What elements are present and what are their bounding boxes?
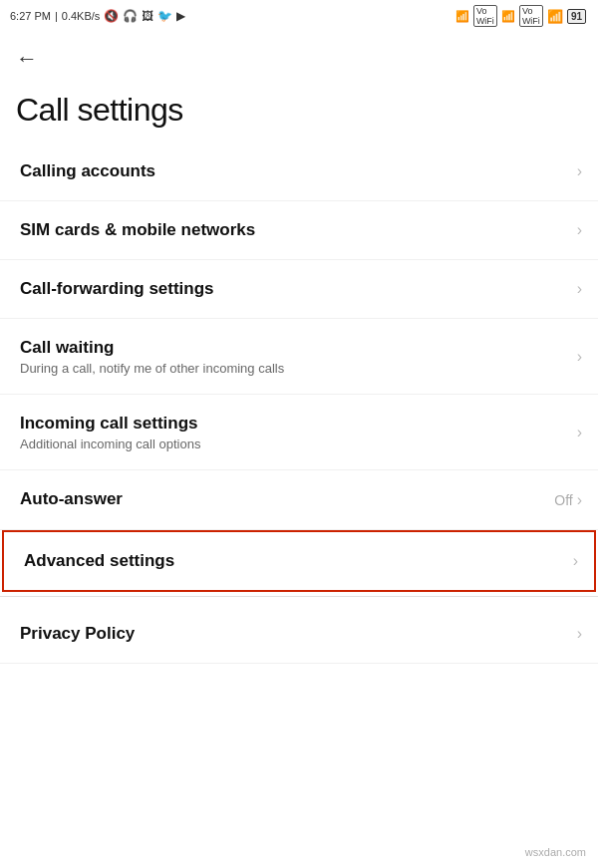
chevron-icon: › [577,221,582,239]
item-subtitle: During a call, notify me of other incomi… [20,361,577,376]
data-rate: 0.4KB/s [62,10,101,22]
item-content: Calling accounts [20,160,577,182]
signal-icon: 📶 [455,10,469,23]
item-title: Advanced settings [24,550,573,572]
item-content: Call-forwarding settings [20,278,577,300]
status-bar: 6:27 PM | 0.4KB/s 🔇 🎧 🖼 🐦 ▶ 📶 VoWiFi 📶 V… [0,0,598,32]
chevron-icon: › [577,162,582,180]
settings-item-auto-answer[interactable]: Auto-answer Off › [0,470,598,529]
item-content: SIM cards & mobile networks [20,219,577,241]
item-value: Off [554,492,572,508]
screenshot-icon: 🖼 [142,9,153,23]
item-right: › [573,552,578,570]
item-title: Calling accounts [20,160,577,182]
signal-icon-2: 📶 [501,10,515,23]
battery-indicator: 91 [567,9,586,24]
item-title: Call-forwarding settings [20,278,577,300]
settings-item-sim-cards[interactable]: SIM cards & mobile networks › [0,201,598,260]
item-right: Off › [554,491,582,509]
data-speed: | [55,10,58,22]
item-right: › [577,280,582,298]
item-right: › [577,625,582,643]
settings-item-privacy-policy[interactable]: Privacy Policy › [0,605,598,664]
item-title: Incoming call settings [20,413,577,434]
chevron-icon: › [577,348,582,366]
vo-wifi-icon-2: VoWiFi [519,5,543,27]
item-content: Advanced settings [24,550,573,572]
item-right: › [577,348,582,366]
item-content: Privacy Policy [20,623,577,645]
time: 6:27 PM [10,10,51,22]
settings-item-advanced-settings[interactable]: Advanced settings › [2,530,596,592]
item-subtitle: Additional incoming call options [20,436,577,451]
settings-item-incoming-call[interactable]: Incoming call settings Additional incomi… [0,395,598,470]
chevron-icon: › [577,280,582,298]
item-right: › [577,424,582,441]
separator [0,596,598,597]
status-left: 6:27 PM | 0.4KB/s 🔇 🎧 🖼 🐦 ▶ [10,9,185,23]
mute-icon: 🔇 [104,9,119,23]
item-title: Privacy Policy [20,623,577,645]
status-right: 📶 VoWiFi 📶 VoWiFi 📶 91 [455,5,586,27]
chevron-icon: › [573,552,578,570]
item-title: Call waiting [20,337,577,359]
chevron-icon: › [577,491,582,509]
back-arrow-icon: ← [16,46,38,72]
item-title: Auto-answer [20,488,554,510]
header: ← [0,32,598,80]
youtube-icon: ▶ [176,9,185,23]
item-content: Incoming call settings Additional incomi… [20,413,577,451]
settings-list: Calling accounts › SIM cards & mobile ne… [0,143,598,592]
item-title: SIM cards & mobile networks [20,219,577,241]
wifi-icon: 📶 [547,9,563,24]
extra-settings-list: Privacy Policy › [0,605,598,664]
twitter-icon: 🐦 [157,9,172,23]
settings-item-call-waiting[interactable]: Call waiting During a call, notify me of… [0,319,598,395]
item-content: Auto-answer [20,488,554,510]
item-right: › [577,162,582,180]
item-right: › [577,221,582,239]
item-content: Call waiting During a call, notify me of… [20,337,577,376]
watermark: wsxdan.com [521,844,590,860]
settings-item-calling-accounts[interactable]: Calling accounts › [0,143,598,201]
chevron-icon: › [577,424,582,441]
headset-icon: 🎧 [123,9,138,23]
settings-item-call-forwarding[interactable]: Call-forwarding settings › [0,260,598,319]
vo-wifi-icon: VoWiFi [473,5,497,27]
back-button[interactable]: ← [16,42,38,76]
page-title: Call settings [0,80,598,135]
chevron-icon: › [577,625,582,643]
